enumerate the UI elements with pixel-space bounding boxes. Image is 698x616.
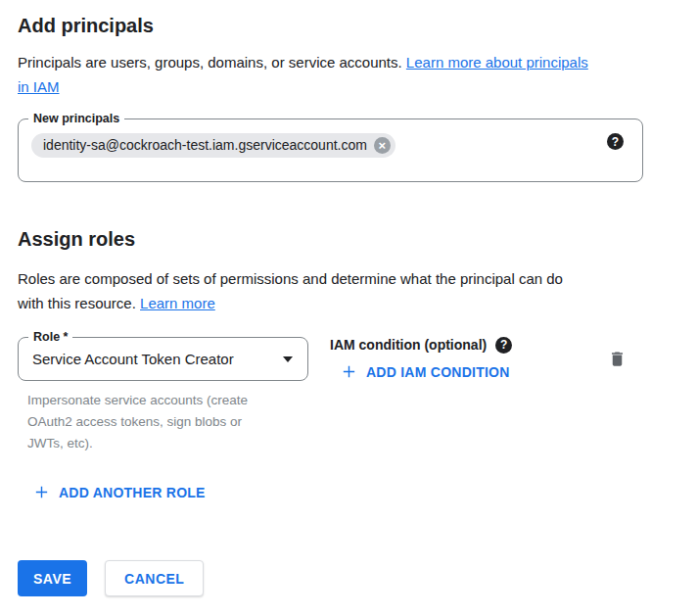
add-iam-condition-button[interactable]: ADD IAM CONDITION: [341, 363, 510, 380]
intro-text: Principals are users, groups, domains, o…: [18, 54, 402, 71]
iam-condition-label: IAM condition (optional): [330, 335, 487, 355]
role-helper-text: Impersonate service accounts (create OAu…: [27, 390, 280, 454]
iam-condition-column: IAM condition (optional) ? ADD IAM CONDI…: [330, 337, 512, 384]
help-icon[interactable]: ?: [495, 337, 512, 354]
delete-role-button[interactable]: [608, 349, 627, 369]
role-selected-value: Service Account Token Creator: [32, 351, 234, 367]
principal-chip: identity-sa@cockroach-test.iam.gservicea…: [31, 133, 396, 158]
page-title: Add principals: [0, 0, 698, 37]
role-row: Role * Service Account Token Creator Imp…: [18, 337, 698, 454]
new-principals-field[interactable]: New principals identity-sa@cockroach-tes…: [18, 118, 643, 182]
roles-description: Roles are composed of sets of permission…: [18, 266, 678, 315]
trash-icon: [608, 349, 627, 369]
arrow-drop-down-icon: [283, 356, 293, 362]
close-icon[interactable]: ×: [374, 137, 391, 154]
role-column: Role * Service Account Token Creator Imp…: [18, 337, 308, 454]
new-principals-label: New principals: [28, 111, 124, 127]
cancel-button[interactable]: CANCEL: [105, 560, 204, 596]
add-another-role-button[interactable]: ADD ANOTHER ROLE: [33, 484, 206, 500]
dialog-actions: SAVE CANCEL: [18, 560, 698, 596]
assign-roles-title: Assign roles: [18, 227, 680, 251]
learn-more-link[interactable]: Learn more: [140, 295, 215, 311]
principal-chip-value: identity-sa@cockroach-test.iam.gservicea…: [43, 133, 367, 158]
plus-icon: [33, 484, 50, 500]
role-label: Role *: [28, 329, 72, 346]
plus-icon: [341, 363, 357, 380]
save-button[interactable]: SAVE: [18, 560, 87, 596]
intro-paragraph: Principals are users, groups, domains, o…: [18, 50, 678, 99]
role-select[interactable]: Role * Service Account Token Creator: [18, 337, 308, 381]
add-principals-dialog: Add principals Principals are users, gro…: [0, 0, 698, 616]
help-icon[interactable]: ?: [607, 133, 624, 150]
